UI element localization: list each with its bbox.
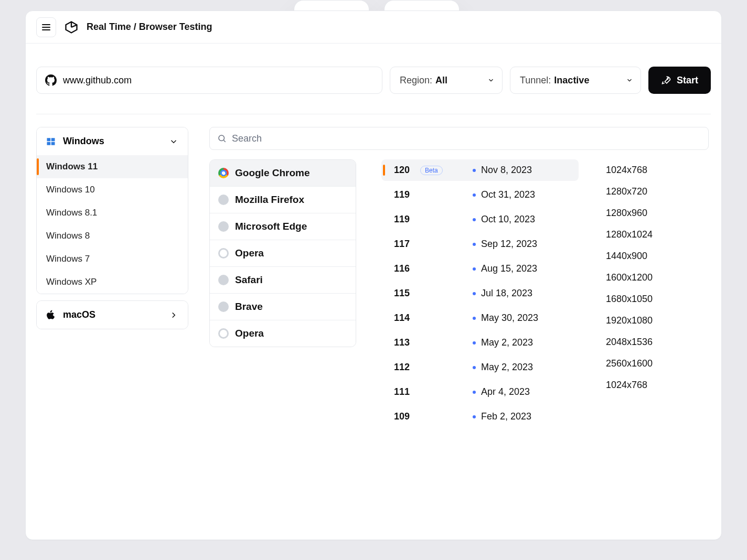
svg-rect-3 — [47, 142, 51, 145]
version-date: Oct 31, 2023 — [473, 189, 535, 200]
os-item[interactable]: Windows XP — [37, 271, 188, 294]
resolution-item[interactable]: 1600x1200 — [604, 267, 709, 288]
windows-label: Windows — [63, 136, 104, 147]
version-row[interactable]: 111Apr 4, 2023 — [381, 381, 579, 403]
dot-icon — [473, 193, 476, 197]
triple-columns: Google ChromeMozilla FirefoxMicrosoft Ed… — [209, 159, 709, 430]
tunnel-select[interactable]: Tunnel: Inactive — [510, 67, 641, 94]
windows-panel: Windows Windows 11Windows 10Windows 8.1W… — [36, 127, 188, 294]
dot-icon — [473, 341, 476, 344]
edge-icon — [218, 221, 229, 232]
controls-row: Region: All Tunnel: Inactive Start — [26, 44, 721, 94]
version-number: 112 — [391, 362, 415, 373]
browser-item[interactable]: Opera — [210, 320, 356, 347]
version-row[interactable]: 113May 2, 2023 — [381, 332, 579, 353]
version-number: 119 — [391, 214, 415, 225]
resolution-item[interactable]: 2560x1600 — [604, 353, 709, 374]
version-date: May 2, 2023 — [473, 337, 533, 348]
version-number: 113 — [391, 337, 415, 348]
windows-icon — [46, 137, 56, 146]
github-icon — [45, 74, 57, 86]
resolution-item[interactable]: 1280x720 — [604, 181, 709, 202]
resolution-item[interactable]: 2048x1536 — [604, 331, 709, 353]
browser-item[interactable]: Google Chrome — [210, 160, 356, 187]
version-row[interactable]: 119Oct 10, 2023 — [381, 209, 579, 230]
macos-panel: macOS — [36, 300, 188, 329]
version-number: 117 — [391, 239, 415, 250]
version-date: Sep 12, 2023 — [473, 239, 537, 250]
search-icon — [217, 134, 227, 143]
start-button-label: Start — [677, 75, 698, 86]
url-input-wrapper[interactable] — [36, 67, 382, 94]
version-date: May 2, 2023 — [473, 362, 533, 373]
version-row[interactable]: 112May 2, 2023 — [381, 357, 579, 378]
url-input[interactable] — [63, 75, 374, 86]
os-item[interactable]: Windows 8 — [37, 224, 188, 247]
main: Search Google ChromeMozilla FirefoxMicro… — [209, 127, 709, 430]
version-date: Apr 4, 2023 — [473, 386, 530, 397]
browser-item[interactable]: Safari — [210, 267, 356, 294]
region-label: Region: — [400, 75, 432, 86]
safari-icon — [218, 275, 229, 285]
browser-search[interactable]: Search — [209, 127, 709, 150]
svg-rect-2 — [51, 138, 55, 141]
resolution-item[interactable]: 1280x960 — [604, 202, 709, 224]
version-row[interactable]: 114May 30, 2023 — [381, 307, 579, 329]
start-button[interactable]: Start — [648, 67, 711, 94]
browser-item-label: Safari — [235, 274, 263, 286]
os-item[interactable]: Windows 8.1 — [37, 201, 188, 224]
tunnel-value: Inactive — [554, 75, 589, 86]
chevron-down-icon — [169, 137, 178, 146]
version-row[interactable]: 120BetaNov 8, 2023 — [381, 159, 579, 181]
version-date: Nov 8, 2023 — [473, 165, 532, 176]
svg-point-5 — [219, 135, 225, 141]
resolution-item[interactable]: 1024x768 — [604, 159, 709, 181]
resolution-item[interactable]: 1024x768 — [604, 374, 709, 396]
version-number: 109 — [391, 411, 415, 422]
macos-panel-header[interactable]: macOS — [37, 301, 188, 329]
region-select[interactable]: Region: All — [390, 67, 503, 94]
firefox-icon — [218, 195, 229, 205]
hamburger-menu-button[interactable] — [36, 17, 56, 37]
version-list: 120BetaNov 8, 2023119Oct 31, 2023119Oct … — [381, 159, 579, 430]
dot-icon — [473, 243, 476, 246]
resolution-item[interactable]: 1280x1024 — [604, 224, 709, 245]
browser-item[interactable]: Brave — [210, 294, 356, 320]
browser-item[interactable]: Mozilla Firefox — [210, 187, 356, 213]
resolution-item[interactable]: 1920x1080 — [604, 310, 709, 331]
os-item[interactable]: Windows 7 — [37, 247, 188, 271]
dot-icon — [473, 366, 476, 369]
resolution-item[interactable]: 1440x900 — [604, 245, 709, 267]
rocket-icon — [661, 75, 671, 85]
chevron-right-icon — [169, 310, 178, 320]
version-row[interactable]: 117Sep 12, 2023 — [381, 233, 579, 255]
beta-badge: Beta — [420, 166, 443, 175]
dot-icon — [473, 218, 476, 221]
topbar: Real Time / Browser Testing — [26, 11, 721, 44]
opera-icon — [218, 328, 229, 339]
version-row[interactable]: 115Jul 18, 2023 — [381, 283, 579, 304]
os-item[interactable]: Windows 10 — [37, 178, 188, 201]
product-logo — [63, 19, 79, 35]
browser-item-label: Opera — [235, 247, 264, 259]
dot-icon — [473, 415, 476, 418]
dot-icon — [473, 317, 476, 320]
browser-item-label: Microsoft Edge — [235, 221, 307, 232]
breadcrumb: Real Time / Browser Testing — [87, 21, 212, 33]
chevron-down-icon — [626, 77, 633, 84]
windows-items: Windows 11Windows 10Windows 8.1Windows 8… — [37, 155, 188, 294]
version-date: Oct 10, 2023 — [473, 214, 535, 225]
os-item[interactable]: Windows 11 — [37, 155, 188, 178]
windows-panel-header[interactable]: Windows — [37, 127, 188, 155]
chevron-down-icon — [487, 77, 495, 84]
browser-item[interactable]: Opera — [210, 240, 356, 267]
browser-item[interactable]: Microsoft Edge — [210, 213, 356, 240]
version-row[interactable]: 109Feb 2, 2023 — [381, 406, 579, 427]
version-row[interactable]: 119Oct 31, 2023 — [381, 184, 579, 206]
version-date: Jul 18, 2023 — [473, 288, 532, 299]
version-row[interactable]: 116Aug 15, 2023 — [381, 258, 579, 279]
content: Windows Windows 11Windows 10Windows 8.1W… — [26, 114, 721, 430]
dot-icon — [473, 292, 476, 295]
browser-item-label: Google Chrome — [235, 167, 310, 179]
resolution-item[interactable]: 1680x1050 — [604, 288, 709, 310]
